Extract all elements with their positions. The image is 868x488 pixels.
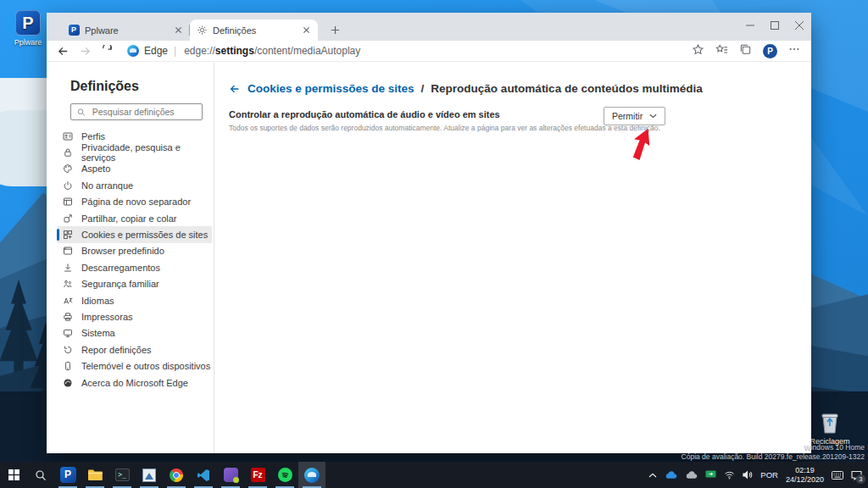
taskbar-file-explorer[interactable] [81, 462, 108, 488]
language-indicator[interactable]: POR [760, 470, 778, 480]
maximize-button[interactable] [762, 13, 787, 38]
system-tray: POR 02:19 24/12/2020 3 [648, 462, 868, 488]
cloud-gray-icon[interactable] [685, 471, 698, 480]
tab-close-icon[interactable] [300, 25, 312, 36]
settings-search-box[interactable] [70, 103, 203, 120]
taskbar-spotify[interactable] [271, 462, 298, 488]
sidebar-item-browser-predefinido[interactable]: Browser predefinido [57, 243, 212, 259]
new-tab-button[interactable] [328, 23, 342, 36]
sidebar-item-privacidade[interactable]: Privacidade, pesquisa e serviços [57, 144, 212, 160]
settings-sidebar: Definições Perfis Privacidade, pesquisa … [47, 63, 214, 453]
more-menu-icon[interactable] [788, 43, 800, 58]
tab-definicoes[interactable]: Definições [190, 19, 318, 41]
vscode-icon [197, 469, 210, 482]
sidebar-item-telemovel[interactable]: Telemóvel e outros dispositivos [57, 358, 212, 374]
desktop-shortcut-pplware[interactable]: P Pplware [3, 10, 53, 47]
breadcrumb-back-icon[interactable] [229, 83, 241, 95]
clock[interactable]: 02:19 24/12/2020 [786, 466, 824, 484]
toolbar-icons: P [692, 43, 800, 59]
taskbar-filezilla[interactable]: Fz [244, 462, 271, 488]
browser-window: P Pplware Definições [47, 13, 811, 453]
taskbar-vscode[interactable] [190, 462, 217, 488]
address-separator: | [174, 45, 176, 57]
taskbar-apps: P >_ Fz [0, 462, 326, 488]
window-controls [737, 13, 811, 38]
family-icon [62, 278, 74, 290]
recycle-bin[interactable]: Reciclagem [805, 411, 854, 446]
collections-icon[interactable] [739, 43, 752, 59]
taskbar-photos[interactable] [136, 462, 163, 488]
settings-page: Definições Perfis Privacidade, pesquisa … [47, 63, 811, 453]
taskbar-terminal[interactable]: >_ [108, 462, 136, 488]
printer-icon [62, 311, 74, 323]
sidebar-item-sistema[interactable]: Sistema [57, 325, 212, 341]
onedrive-cloud-icon[interactable] [665, 471, 677, 480]
terminal-icon: >_ [115, 469, 130, 481]
taskbar-chrome[interactable] [163, 462, 190, 488]
taskbar-pplware[interactable]: P [54, 462, 81, 488]
purple-app-icon [224, 468, 238, 482]
file-explorer-icon [87, 469, 103, 481]
wifi-icon[interactable] [724, 471, 735, 480]
sidebar-item-partilhar[interactable]: Partilhar, copiar e colar [57, 210, 212, 226]
sidebar-item-no-arranque[interactable]: No arranque [57, 177, 212, 193]
settings-title: Definições [70, 79, 214, 94]
settings-search-input[interactable] [91, 106, 196, 118]
sidebar-item-acerca-edge[interactable]: Acerca do Microsoft Edge [57, 374, 212, 391]
filezilla-icon: Fz [251, 468, 265, 482]
favorites-bar-icon[interactable] [715, 43, 728, 59]
edge-icon [304, 468, 320, 483]
profile-avatar[interactable]: P [763, 44, 777, 58]
windows-logo-icon [8, 469, 19, 480]
dropdown-value: Permitir [612, 111, 643, 121]
sidebar-item-impressoras[interactable]: Impressoras [57, 308, 212, 324]
tab-title: Pplware [85, 25, 172, 36]
sidebar-item-nova-pagina[interactable]: Página de novo separador [57, 194, 212, 210]
minimize-button[interactable] [737, 13, 762, 38]
tray-chevron-up-icon[interactable] [648, 473, 657, 478]
green-monitor-icon[interactable] [705, 470, 716, 480]
forward-icon[interactable] [78, 44, 92, 58]
tab-close-icon[interactable] [172, 25, 184, 36]
sidebar-list: Perfis Privacidade, pesquisa e serviços … [47, 128, 214, 391]
tab-pplware[interactable]: P Pplware [62, 19, 190, 41]
volume-icon[interactable] [743, 470, 753, 480]
autoplay-dropdown[interactable]: Permitir [604, 107, 665, 125]
refresh-icon[interactable] [100, 44, 114, 58]
sidebar-item-repor-definicoes[interactable]: Repor definições [57, 341, 212, 358]
taskbar-edge[interactable] [298, 462, 326, 488]
chrome-icon [170, 469, 183, 482]
recycle-bin-icon [819, 411, 841, 435]
pplware-icon: P [60, 467, 76, 483]
windows-watermark: Windows 10 Home Cópia de avaliação. Buil… [682, 443, 865, 462]
sidebar-item-aspeto[interactable]: Aspeto [57, 161, 212, 177]
profile-card-icon [62, 130, 74, 142]
sidebar-item-descarregamentos[interactable]: Descarregamentos [57, 259, 212, 275]
phone-icon [62, 360, 74, 372]
watermark-edition: Windows 10 Home [682, 443, 865, 452]
taskbar-purple-app[interactable] [217, 462, 244, 488]
setting-description: Todos os suportes de dados serão reprodu… [229, 124, 811, 132]
start-button[interactable] [0, 462, 27, 488]
new-tab-page-icon [62, 196, 74, 208]
favorite-star-icon[interactable] [692, 43, 704, 59]
breadcrumb-parent-link[interactable]: Cookies e permissões de sites [248, 82, 415, 95]
gear-icon [196, 25, 208, 36]
sidebar-item-seguranca-familiar[interactable]: Segurança familiar [57, 276, 212, 292]
tab-title: Definições [213, 25, 300, 36]
close-button[interactable] [787, 13, 811, 38]
site-permissions-icon [62, 229, 74, 241]
sidebar-item-cookies-permissoes[interactable]: Cookies e permissões de sites [57, 226, 212, 242]
action-center-icon[interactable]: 3 [851, 470, 862, 480]
photos-icon [142, 469, 156, 482]
taskbar: P >_ Fz [0, 462, 868, 488]
sidebar-item-idiomas[interactable]: Idiomas [57, 292, 212, 308]
touch-keyboard-icon[interactable] [832, 471, 843, 480]
download-icon [62, 262, 74, 274]
back-icon[interactable] [56, 44, 70, 58]
pplware-icon: P [15, 10, 41, 36]
taskbar-search-button[interactable] [27, 462, 54, 488]
tray-date: 24/12/2020 [786, 475, 824, 485]
edge-logo-icon [62, 377, 74, 389]
address-bar[interactable]: Edge | edge://settings/content/mediaAuto… [127, 45, 692, 57]
